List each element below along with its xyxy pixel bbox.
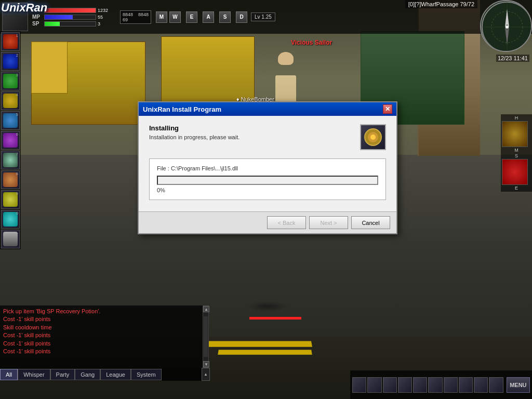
skill-slot-2[interactable]: 2: [1, 52, 20, 71]
mp-value: 55: [98, 15, 116, 20]
hud-right-slot-2[interactable]: [502, 159, 528, 185]
skill-slot-0[interactable]: 0: [1, 210, 20, 229]
tab-gang[interactable]: Gang: [75, 369, 100, 380]
sp-value: 3: [98, 21, 116, 26]
back-button[interactable]: < Back: [267, 216, 306, 229]
scroll-up-arrow[interactable]: ▲: [203, 306, 209, 312]
hud-right-slot-1[interactable]: [502, 121, 528, 147]
cancel-button[interactable]: Cancel: [351, 216, 390, 229]
hud-icon-5[interactable]: [413, 377, 427, 393]
skill-slot-5[interactable]: 5: [1, 111, 20, 130]
player-shadow: [247, 301, 288, 312]
stats-row-1: 8848 8848: [123, 12, 149, 17]
btn-a[interactable]: A: [203, 11, 214, 23]
chat-line-3: Skill cooldown time: [3, 324, 200, 331]
skill-slot-3[interactable]: 3: [1, 72, 20, 90]
hud-icon-6[interactable]: [428, 377, 442, 393]
tab-all[interactable]: All: [0, 369, 18, 380]
hud-r-label-e: E: [502, 185, 531, 191]
hud-icon-10[interactable]: [489, 377, 503, 393]
dialog-progress-box: File : C:\Program Files\...\jl15.dll 0%: [149, 158, 386, 200]
location-info: [0][?]WharfPassage 79/72: [405, 0, 477, 8]
truck-left-cab: [31, 42, 68, 94]
skill-slot-8[interactable]: 8: [1, 170, 20, 189]
enemy-name-label: Vicious Sailor: [291, 39, 332, 46]
action-buttons-4: S: [219, 11, 231, 23]
tab-party[interactable]: Party: [50, 369, 75, 380]
skill-slot-6[interactable]: 6: [1, 131, 20, 150]
road-marking-1: [207, 341, 312, 347]
skill-number-9: 9: [16, 191, 18, 196]
menu-button[interactable]: MENU: [507, 377, 530, 393]
btn-w[interactable]: W: [169, 11, 181, 23]
btn-d[interactable]: D: [236, 11, 247, 23]
progress-percent: 0%: [157, 187, 378, 193]
chat-expand-button[interactable]: ▲: [202, 368, 210, 381]
btn-s[interactable]: S: [219, 11, 231, 23]
skill-number-1: 1: [16, 33, 18, 38]
skill-number-3: 3: [16, 73, 18, 77]
mp-bar-row: MP 55: [32, 14, 116, 20]
chat-line-4: Cost -1' skill points: [3, 331, 200, 339]
hud-icon-8[interactable]: [459, 377, 473, 393]
tab-league[interactable]: League: [100, 369, 131, 380]
btn-m[interactable]: M: [156, 11, 167, 23]
btn-e[interactable]: E: [186, 11, 197, 23]
mp-bar-fill: [45, 15, 73, 19]
tab-system[interactable]: System: [131, 369, 162, 380]
chat-tab-bar: All Whisper Party Gang League System: [0, 368, 208, 381]
skill-number-5: 5: [16, 112, 18, 117]
scroll-down-arrow[interactable]: ▼: [203, 361, 209, 367]
svg-point-6: [506, 25, 509, 29]
dialog-file-row: File : C:\Program Files\...\jl15.dll: [157, 165, 378, 171]
hp-bar-track: [44, 8, 96, 13]
mp-label: MP: [32, 14, 43, 20]
hud-icon-4[interactable]: [398, 377, 412, 393]
skill-slot-7[interactable]: 7: [1, 151, 20, 169]
hud-icon-2[interactable]: [367, 377, 381, 393]
chat-line-6: Cost -1' skill points: [3, 348, 200, 355]
hud-icon-1[interactable]: [352, 377, 366, 393]
skill-number-6: 6: [16, 132, 18, 137]
skill-icon-dash: [3, 232, 18, 246]
level-box: Lv 1.25: [251, 12, 275, 21]
action-buttons: M W: [155, 11, 181, 23]
stats-row-2: 69: [123, 17, 149, 22]
dialog-body: Installing Installation in progress, ple…: [139, 116, 396, 211]
action-buttons-2: E: [185, 11, 198, 23]
next-button[interactable]: Next >: [309, 216, 348, 229]
stat-val-1: 8848: [123, 12, 133, 17]
dialog-close-button[interactable]: ✕: [383, 104, 392, 114]
skill-number-0: 0: [16, 211, 18, 216]
chat-line-1: Pick up item 'Big SP Recovery Potion'.: [3, 308, 200, 315]
chat-scrollbar[interactable]: ▲ ▼: [203, 305, 209, 368]
hud-right-panel: H M S E: [501, 114, 532, 192]
dialog-header-desc: Installation in progress, please wait.: [149, 134, 354, 140]
scroll-thumb[interactable]: [204, 316, 208, 357]
sp-bar-fill: [45, 22, 60, 26]
player-hp-underfoot: [249, 317, 301, 320]
hud-icon-9[interactable]: [474, 377, 488, 393]
skill-number-4: 4: [16, 92, 18, 97]
hud-icon-7[interactable]: [444, 377, 458, 393]
tab-whisper[interactable]: Whisper: [18, 369, 50, 380]
chat-line-5: Cost -1' skill points: [3, 340, 200, 348]
dialog-title: UnixRan Install Program: [143, 105, 221, 113]
stats-box: 8848 8848 69: [120, 10, 151, 24]
stat-val-2: 8848: [138, 12, 149, 17]
dialog-header-title: Installing: [149, 124, 354, 132]
dialog-footer: < Back Next > Cancel: [139, 211, 396, 233]
hp-value: 1232: [98, 8, 116, 13]
hud-icon-3[interactable]: [383, 377, 397, 393]
hud-r-label-s: S: [502, 153, 531, 158]
mp-bar-track: [44, 15, 96, 20]
skill-number-dash: -: [17, 231, 18, 235]
chat-log: Pick up item 'Big SP Recovery Potion'. C…: [0, 305, 203, 368]
skill-slot-4[interactable]: 4: [1, 91, 20, 110]
action-buttons-5: D: [235, 11, 248, 23]
skill-slot-dash[interactable]: -: [1, 230, 20, 248]
sp-label: SP: [32, 21, 43, 26]
skill-slot-1[interactable]: 1: [1, 32, 20, 51]
skill-slot-9[interactable]: 9: [1, 190, 20, 209]
file-path: C:\Program Files\...\jl15.dll: [171, 165, 238, 171]
